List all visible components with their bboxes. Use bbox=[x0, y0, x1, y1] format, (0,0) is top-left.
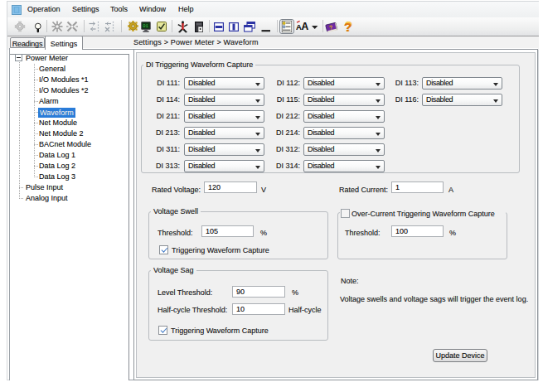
svg-text:A: A bbox=[302, 21, 309, 32]
svg-text:01: 01 bbox=[143, 23, 148, 29]
svg-text:?: ? bbox=[344, 20, 351, 34]
